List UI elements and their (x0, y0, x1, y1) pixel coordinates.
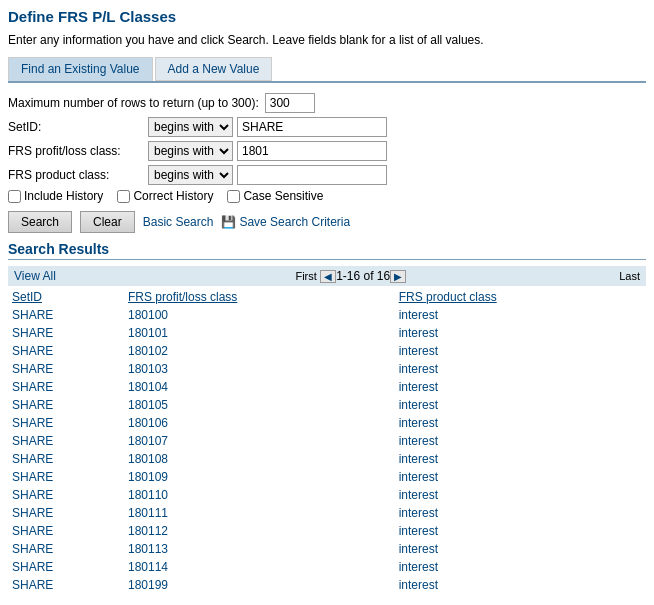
setid-label: SetID: (8, 120, 148, 134)
cell-product[interactable]: interest (395, 486, 646, 504)
results-table: SetID FRS profit/loss class FRS product … (8, 288, 646, 594)
tab-add-new[interactable]: Add a New Value (155, 57, 273, 81)
table-row: SHARE 180114 interest (8, 558, 646, 576)
cell-product[interactable]: interest (395, 324, 646, 342)
profit-label: FRS profit/loss class: (8, 144, 148, 158)
cell-setid[interactable]: SHARE (8, 486, 124, 504)
table-row: SHARE 180102 interest (8, 342, 646, 360)
cell-product[interactable]: interest (395, 450, 646, 468)
cell-setid[interactable]: SHARE (8, 576, 124, 594)
cell-setid[interactable]: SHARE (8, 522, 124, 540)
cell-profit[interactable]: 180111 (124, 504, 395, 522)
cell-profit[interactable]: 180113 (124, 540, 395, 558)
cell-setid[interactable]: SHARE (8, 342, 124, 360)
cell-product[interactable]: interest (395, 522, 646, 540)
table-row: SHARE 180199 interest (8, 576, 646, 594)
product-operator-select[interactable]: begins with contains = not = ends with (148, 165, 233, 185)
cell-profit[interactable]: 180105 (124, 396, 395, 414)
cell-setid[interactable]: SHARE (8, 306, 124, 324)
cell-setid[interactable]: SHARE (8, 432, 124, 450)
cell-profit[interactable]: 180106 (124, 414, 395, 432)
cell-setid[interactable]: SHARE (8, 540, 124, 558)
cell-product[interactable]: interest (395, 378, 646, 396)
max-rows-input[interactable] (265, 93, 315, 113)
cell-profit[interactable]: 180103 (124, 360, 395, 378)
results-section: Search Results View All First ◀ 1-16 of … (8, 241, 646, 594)
col-product[interactable]: FRS product class (395, 288, 646, 306)
save-search-icon: 💾 (221, 215, 236, 229)
page-range: 1-16 of 16 (336, 269, 390, 283)
cell-product[interactable]: interest (395, 468, 646, 486)
cell-profit[interactable]: 180112 (124, 522, 395, 540)
last-link[interactable]: Last (619, 270, 640, 282)
cell-profit[interactable]: 180107 (124, 432, 395, 450)
cell-profit[interactable]: 180101 (124, 324, 395, 342)
tab-bar: Find an Existing Value Add a New Value (8, 57, 646, 81)
cell-setid[interactable]: SHARE (8, 468, 124, 486)
profit-value-input[interactable] (237, 141, 387, 161)
table-row: SHARE 180107 interest (8, 432, 646, 450)
cell-setid[interactable]: SHARE (8, 414, 124, 432)
cell-product[interactable]: interest (395, 360, 646, 378)
profit-operator-select[interactable]: begins with contains = not = ends with (148, 141, 233, 161)
include-history-label[interactable]: Include History (8, 189, 103, 203)
cell-product[interactable]: interest (395, 576, 646, 594)
clear-button[interactable]: Clear (80, 211, 135, 233)
cell-product[interactable]: interest (395, 396, 646, 414)
cell-product[interactable]: interest (395, 342, 646, 360)
next-page-arrow[interactable]: ▶ (390, 270, 406, 283)
cell-profit[interactable]: 180104 (124, 378, 395, 396)
setid-row: SetID: begins with contains = not = ends… (8, 117, 646, 137)
cell-setid[interactable]: SHARE (8, 450, 124, 468)
max-rows-label: Maximum number of rows to return (up to … (8, 96, 259, 110)
search-button[interactable]: Search (8, 211, 72, 233)
cell-product[interactable]: interest (395, 306, 646, 324)
product-value-input[interactable] (237, 165, 387, 185)
cell-setid[interactable]: SHARE (8, 378, 124, 396)
cell-product[interactable]: interest (395, 432, 646, 450)
cell-profit[interactable]: 180114 (124, 558, 395, 576)
results-title: Search Results (8, 241, 646, 260)
tab-find-existing[interactable]: Find an Existing Value (8, 57, 153, 81)
cell-product[interactable]: interest (395, 558, 646, 576)
cell-profit[interactable]: 180108 (124, 450, 395, 468)
cell-profit[interactable]: 180102 (124, 342, 395, 360)
case-sensitive-checkbox[interactable] (227, 190, 240, 203)
include-history-checkbox[interactable] (8, 190, 21, 203)
view-all-link[interactable]: View All (14, 269, 56, 283)
save-search-link[interactable]: 💾 Save Search Criteria (221, 215, 350, 229)
col-profit[interactable]: FRS profit/loss class (124, 288, 395, 306)
table-row: SHARE 180108 interest (8, 450, 646, 468)
page-title: Define FRS P/L Classes (8, 8, 646, 25)
results-nav: View All First ◀ 1-16 of 16 ▶ Last (8, 266, 646, 286)
profit-row: FRS profit/loss class: begins with conta… (8, 141, 646, 161)
table-row: SHARE 180111 interest (8, 504, 646, 522)
table-row: SHARE 180101 interest (8, 324, 646, 342)
basic-search-link[interactable]: Basic Search (143, 215, 214, 229)
correct-history-label[interactable]: Correct History (117, 189, 213, 203)
cell-profit[interactable]: 180109 (124, 468, 395, 486)
cell-product[interactable]: interest (395, 504, 646, 522)
setid-value-input[interactable] (237, 117, 387, 137)
case-sensitive-label[interactable]: Case Sensitive (227, 189, 323, 203)
cell-profit[interactable]: 180110 (124, 486, 395, 504)
table-row: SHARE 180103 interest (8, 360, 646, 378)
search-form: Maximum number of rows to return (up to … (8, 93, 646, 233)
first-link[interactable]: First (295, 270, 316, 282)
setid-operator-select[interactable]: begins with contains = not = ends with (148, 117, 233, 137)
prev-page-arrow[interactable]: ◀ (320, 270, 336, 283)
cell-product[interactable]: interest (395, 540, 646, 558)
cell-product[interactable]: interest (395, 414, 646, 432)
cell-profit[interactable]: 180100 (124, 306, 395, 324)
cell-setid[interactable]: SHARE (8, 396, 124, 414)
col-setid[interactable]: SetID (8, 288, 124, 306)
cell-setid[interactable]: SHARE (8, 558, 124, 576)
table-row: SHARE 180110 interest (8, 486, 646, 504)
table-header-row: SetID FRS profit/loss class FRS product … (8, 288, 646, 306)
cell-setid[interactable]: SHARE (8, 324, 124, 342)
cell-profit[interactable]: 180199 (124, 576, 395, 594)
correct-history-checkbox[interactable] (117, 190, 130, 203)
table-row: SHARE 180106 interest (8, 414, 646, 432)
cell-setid[interactable]: SHARE (8, 360, 124, 378)
cell-setid[interactable]: SHARE (8, 504, 124, 522)
